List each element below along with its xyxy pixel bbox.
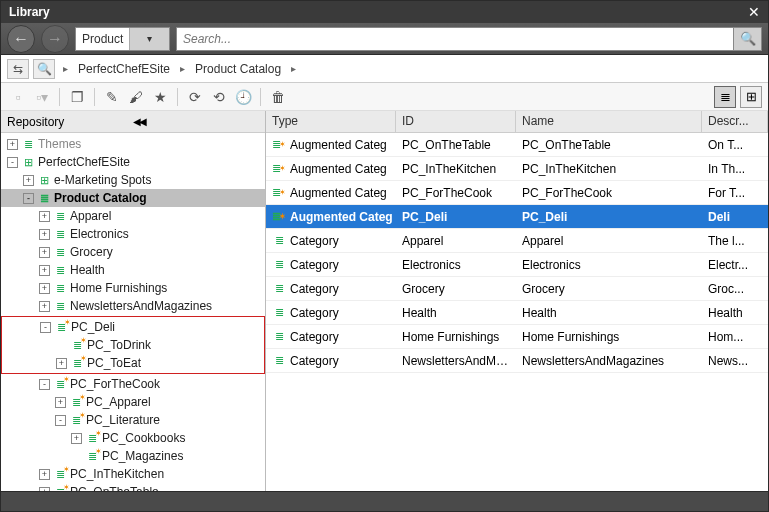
tree-item-label: NewslettersAndMagazines <box>70 299 212 313</box>
collapse-panel-icon[interactable]: ◀◀ <box>133 116 259 127</box>
breadcrumb-item[interactable]: PerfectChefESite <box>76 62 172 76</box>
new-dropdown-button[interactable]: ▫▾ <box>31 86 53 108</box>
sync-button[interactable]: ⟲ <box>208 86 230 108</box>
tree-item-label: Home Furnishings <box>70 281 167 295</box>
tree-item[interactable]: +≣✶PC_OnTheTable <box>1 483 265 491</box>
name-cell: Grocery <box>516 282 702 296</box>
edit-button[interactable]: ✎ <box>101 86 123 108</box>
tree-item[interactable]: +≣✶PC_InTheKitchen <box>1 465 265 483</box>
status-bar <box>1 491 768 511</box>
category-icon: ≣ <box>272 259 286 271</box>
type-label: Augmented Categ <box>290 186 387 200</box>
new-button[interactable]: ▫ <box>7 86 29 108</box>
delete-button[interactable]: 🗑 <box>267 86 289 108</box>
expand-icon[interactable]: + <box>39 211 50 222</box>
type-label: Category <box>290 330 339 344</box>
category-icon: ≣✶ <box>69 338 85 352</box>
expand-icon[interactable]: + <box>23 175 34 186</box>
category-icon: ≣✶ <box>53 320 69 334</box>
forward-button[interactable]: → <box>41 25 69 53</box>
collapse-icon[interactable]: - <box>40 322 51 333</box>
find-button[interactable]: 🔍 <box>33 59 55 79</box>
column-header-type[interactable]: Type <box>266 111 396 132</box>
collapse-icon[interactable]: - <box>23 193 34 204</box>
table-row[interactable]: ≣✶Augmented CategPC_DeliPC_DeliDeli <box>266 205 768 229</box>
column-header-descr[interactable]: Descr... <box>702 111 768 132</box>
type-label: Category <box>290 234 339 248</box>
search-button[interactable]: 🔍 <box>734 27 762 51</box>
expand-icon[interactable]: + <box>71 433 82 444</box>
history-button[interactable]: 🕘 <box>232 86 254 108</box>
tree-item[interactable]: +≣Grocery <box>1 243 265 261</box>
chevron-down-icon[interactable]: ▾ <box>129 28 169 50</box>
expand-icon[interactable]: + <box>55 397 66 408</box>
type-label: Augmented Categ <box>290 162 387 176</box>
tree-item[interactable]: ≣✶PC_Magazines <box>1 447 265 465</box>
id-cell: NewslettersAndMa... <box>396 354 516 368</box>
tree-item[interactable]: +≣Home Furnishings <box>1 279 265 297</box>
expand-icon[interactable]: + <box>39 301 50 312</box>
tree-item[interactable]: -≣✶PC_ForTheCook <box>1 375 265 393</box>
expand-icon[interactable]: + <box>7 139 18 150</box>
back-button[interactable]: ← <box>7 25 35 53</box>
id-cell: PC_OnTheTable <box>396 138 516 152</box>
name-cell: PC_OnTheTable <box>516 138 702 152</box>
tree-item[interactable]: +≣NewslettersAndMagazines <box>1 297 265 315</box>
tree-item[interactable]: +≣Health <box>1 261 265 279</box>
category-icon: ≣ <box>52 299 68 313</box>
expand-icon[interactable]: + <box>39 247 50 258</box>
search-input[interactable] <box>176 27 734 51</box>
table-row[interactable]: ≣CategoryHealthHealthHealth <box>266 301 768 325</box>
expand-icon[interactable]: + <box>39 265 50 276</box>
close-icon[interactable]: ✕ <box>748 4 760 20</box>
column-header-id[interactable]: ID <box>396 111 516 132</box>
table-row[interactable]: ≣CategoryApparelApparelThe l... <box>266 229 768 253</box>
collapse-icon[interactable]: - <box>55 415 66 426</box>
table-row[interactable]: ≣✶Augmented CategPC_OnTheTablePC_OnTheTa… <box>266 133 768 157</box>
category-icon: ≣ <box>272 235 286 247</box>
expand-icon[interactable]: + <box>39 229 50 240</box>
table-row[interactable]: ≣✶Augmented CategPC_ForTheCookPC_ForTheC… <box>266 181 768 205</box>
tree-item[interactable]: +≣Electronics <box>1 225 265 243</box>
tree-item[interactable]: -≣✶PC_Literature <box>1 411 265 429</box>
tree-item[interactable]: +≣Themes <box>1 135 265 153</box>
favorite-button[interactable]: ★ <box>149 86 171 108</box>
tree-toggle-button[interactable]: ⇆ <box>7 59 29 79</box>
expand-icon[interactable]: + <box>39 283 50 294</box>
tree-item[interactable]: -≣Product Catalog <box>1 189 265 207</box>
id-cell: Home Furnishings <box>396 330 516 344</box>
category-icon: ≣✶ <box>272 139 286 151</box>
name-cell: Electronics <box>516 258 702 272</box>
tree-item[interactable]: +≣Apparel <box>1 207 265 225</box>
category-icon: ≣ <box>20 137 36 151</box>
tree-item[interactable]: +≣✶PC_Cookbooks <box>1 429 265 447</box>
content-table[interactable]: ≣✶Augmented CategPC_OnTheTablePC_OnTheTa… <box>266 133 768 491</box>
repository-tree[interactable]: +≣Themes-⊞PerfectChefESite+⊞e-Marketing … <box>1 133 265 491</box>
breadcrumb-item[interactable]: Product Catalog <box>193 62 283 76</box>
expand-icon[interactable]: + <box>39 469 50 480</box>
tree-item[interactable]: +≣✶PC_ToEat <box>2 354 264 372</box>
table-row[interactable]: ≣CategoryGroceryGroceryGroc... <box>266 277 768 301</box>
copy-button[interactable]: ❐ <box>66 86 88 108</box>
table-row[interactable]: ≣✶Augmented CategPC_InTheKitchenPC_InThe… <box>266 157 768 181</box>
collapse-icon[interactable]: - <box>7 157 18 168</box>
tree-item[interactable]: +≣✶PC_Apparel <box>1 393 265 411</box>
grid-view-button[interactable]: ⊞ <box>740 86 762 108</box>
table-row[interactable]: ≣CategoryElectronicsElectronicsElectr... <box>266 253 768 277</box>
list-view-button[interactable]: ≣ <box>714 86 736 108</box>
tree-item[interactable]: +⊞e-Marketing Spots <box>1 171 265 189</box>
tree-item[interactable]: -≣✶PC_Deli <box>2 318 264 336</box>
column-header-name[interactable]: Name <box>516 111 702 132</box>
scope-combo[interactable]: Product ▾ <box>75 27 170 51</box>
expand-icon[interactable]: + <box>56 358 67 369</box>
table-row[interactable]: ≣CategoryNewslettersAndMa...NewslettersA… <box>266 349 768 373</box>
brush-button[interactable]: 🖌 <box>125 86 147 108</box>
table-row[interactable]: ≣CategoryHome FurnishingsHome Furnishing… <box>266 325 768 349</box>
tree-item[interactable]: -⊞PerfectChefESite <box>1 153 265 171</box>
descr-cell: Groc... <box>702 282 768 296</box>
category-icon: ≣✶ <box>84 449 100 463</box>
refresh-button[interactable]: ⟳ <box>184 86 206 108</box>
collapse-icon[interactable]: - <box>39 379 50 390</box>
name-cell: Apparel <box>516 234 702 248</box>
tree-item[interactable]: ≣✶PC_ToDrink <box>2 336 264 354</box>
